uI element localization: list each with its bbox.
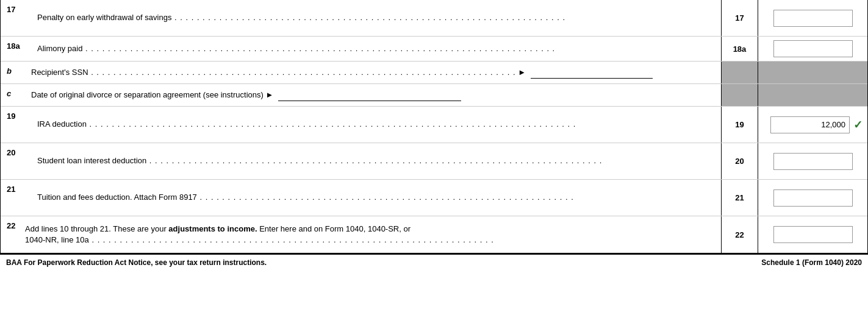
row-18a-line-num: 18a bbox=[721, 37, 758, 61]
row-18b-gray-input-cell bbox=[758, 62, 867, 83]
row-18b-ssn-input[interactable] bbox=[531, 66, 653, 79]
row-19-label-text: IRA deduction bbox=[37, 119, 87, 129]
row-21-content: 21 Tuition and fees deduction. Attach Fo… bbox=[1, 180, 721, 216]
row-17-number: 17 bbox=[7, 5, 15, 14]
row-18b-arrow: ► bbox=[518, 68, 526, 77]
row-17-content: 17 Penalty on early withdrawal of saving… bbox=[1, 0, 721, 36]
footer: BAA For Paperwork Reduction Act Notice, … bbox=[0, 253, 868, 271]
row-22-number: 22 bbox=[7, 221, 15, 230]
row-21-line-num: 21 bbox=[721, 180, 758, 216]
row-18a-content: 18a Alimony paid . . . . . . . . . . . .… bbox=[1, 37, 721, 61]
row-21-label-text: Tuition and fees deduction. Attach Form … bbox=[37, 193, 197, 202]
row-18a-number: 18a bbox=[7, 41, 20, 51]
row-20-label: Student loan interest deduction . . . . … bbox=[37, 155, 715, 166]
row-18b-gray-cell bbox=[721, 62, 758, 83]
row-18a-input[interactable] bbox=[773, 40, 853, 57]
row-20: 20 Student loan interest deduction . . .… bbox=[1, 143, 867, 180]
row-17-input[interactable] bbox=[773, 10, 853, 27]
row-18a-input-cell bbox=[758, 37, 867, 61]
row-19-label: IRA deduction . . . . . . . . . . . . . … bbox=[37, 119, 715, 130]
row-19-input-cell: ✓ bbox=[758, 107, 867, 143]
row-18b-label-text: Recipient's SSN bbox=[31, 68, 88, 77]
row-17-label-text: Penalty on early withdrawal of savings bbox=[37, 13, 171, 22]
footer-right: Schedule 1 (Form 1040) 2020 bbox=[761, 258, 862, 267]
row-18c-gray-input-cell bbox=[758, 84, 867, 106]
row-22-label-text-1: Add lines 10 through 21. These are your bbox=[25, 224, 168, 233]
row-20-dots: . . . . . . . . . . . . . . . . . . . . … bbox=[146, 156, 602, 165]
form-container: 17 Penalty on early withdrawal of saving… bbox=[0, 0, 868, 253]
row-18b-letter: b bbox=[7, 66, 12, 76]
row-18c-letter: c bbox=[7, 89, 11, 98]
row-22-line-num: 22 bbox=[721, 216, 758, 253]
row-18b-dots: . . . . . . . . . . . . . . . . . . . . … bbox=[88, 68, 516, 77]
row-22-label-bold: adjustments to income. bbox=[168, 224, 257, 233]
row-18b-content: b Recipient's SSN . . . . . . . . . . . … bbox=[1, 62, 721, 83]
row-17-label: Penalty on early withdrawal of savings .… bbox=[37, 12, 715, 23]
row-18c-date-input[interactable] bbox=[278, 89, 461, 101]
row-18a-label-text: Alimony paid bbox=[37, 44, 82, 53]
row-20-line-num: 20 bbox=[721, 143, 758, 179]
row-20-input-cell bbox=[758, 143, 867, 179]
row-19-checkmark: ✓ bbox=[853, 118, 863, 132]
row-21-label: Tuition and fees deduction. Attach Form … bbox=[37, 192, 715, 203]
row-18a-dots: . . . . . . . . . . . . . . . . . . . . … bbox=[82, 44, 555, 53]
row-17: 17 Penalty on early withdrawal of saving… bbox=[1, 0, 867, 37]
row-20-label-text: Student loan interest deduction bbox=[37, 156, 146, 165]
row-20-content: 20 Student loan interest deduction . . .… bbox=[1, 143, 721, 179]
row-21: 21 Tuition and fees deduction. Attach Fo… bbox=[1, 180, 867, 216]
row-22-label-line2: 1040-NR, line 10a . . . . . . . . . . . … bbox=[25, 235, 715, 246]
row-18c-arrow: ► bbox=[265, 90, 273, 99]
row-18b: b Recipient's SSN . . . . . . . . . . . … bbox=[1, 61, 867, 83]
row-22-dots: . . . . . . . . . . . . . . . . . . . . … bbox=[89, 235, 494, 244]
row-21-input-cell bbox=[758, 180, 867, 216]
row-20-input[interactable] bbox=[773, 153, 853, 170]
row-22: 22 Add lines 10 through 21. These are yo… bbox=[1, 216, 867, 253]
row-19-dots: . . . . . . . . . . . . . . . . . . . . … bbox=[87, 119, 576, 129]
row-18-wrapper: 18a Alimony paid . . . . . . . . . . . .… bbox=[1, 37, 867, 107]
row-22-label-text-2: Enter here and on Form 1040, 1040-SR, or bbox=[257, 224, 411, 233]
row-21-dots: . . . . . . . . . . . . . . . . . . . . … bbox=[197, 193, 574, 202]
row-19-number: 19 bbox=[7, 111, 15, 121]
row-18a: 18a Alimony paid . . . . . . . . . . . .… bbox=[1, 37, 867, 61]
row-22-input[interactable] bbox=[773, 226, 853, 243]
row-17-input-cell bbox=[758, 0, 867, 36]
row-22-input-cell bbox=[758, 216, 867, 253]
row-18c-content: c Date of original divorce or separation… bbox=[1, 84, 721, 106]
row-17-dots: . . . . . . . . . . . . . . . . . . . . … bbox=[171, 13, 565, 22]
row-19-input[interactable] bbox=[770, 116, 850, 133]
row-17-line-num: 17 bbox=[721, 0, 758, 36]
row-21-number: 21 bbox=[7, 185, 15, 194]
row-22-label: Add lines 10 through 21. These are your … bbox=[25, 224, 715, 235]
row-18c: c Date of original divorce or separation… bbox=[1, 83, 867, 106]
row-20-number: 20 bbox=[7, 148, 15, 157]
row-19-line-num: 19 bbox=[721, 107, 758, 143]
row-19-content: 19 IRA deduction . . . . . . . . . . . .… bbox=[1, 107, 721, 143]
row-18a-label: Alimony paid . . . . . . . . . . . . . .… bbox=[37, 43, 715, 54]
row-18c-gray-cell bbox=[721, 84, 758, 106]
footer-left: BAA For Paperwork Reduction Act Notice, … bbox=[6, 258, 267, 267]
row-18b-label: Recipient's SSN . . . . . . . . . . . . … bbox=[31, 66, 715, 79]
row-19-value-group: ✓ bbox=[763, 116, 863, 133]
row-22-label-text-3: 1040-NR, line 10a bbox=[25, 235, 89, 244]
row-18c-label: Date of original divorce or separation a… bbox=[31, 89, 715, 101]
tax-form-page: 17 Penalty on early withdrawal of saving… bbox=[0, 0, 868, 329]
row-21-input[interactable] bbox=[773, 189, 853, 207]
row-18c-label-text: Date of original divorce or separation a… bbox=[31, 90, 264, 99]
row-19: 19 IRA deduction . . . . . . . . . . . .… bbox=[1, 107, 867, 143]
row-22-content: 22 Add lines 10 through 21. These are yo… bbox=[1, 216, 721, 253]
